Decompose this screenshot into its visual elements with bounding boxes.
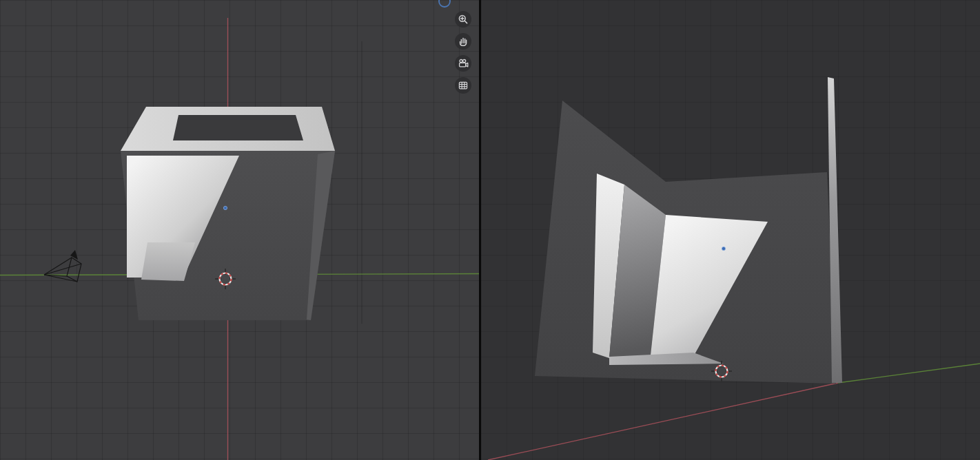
viewport-zoom-button[interactable] xyxy=(455,11,471,28)
orthographic-grid-icon xyxy=(458,80,469,91)
viewport-camera-button[interactable] xyxy=(455,55,471,72)
camera-gizmo[interactable] xyxy=(44,250,81,282)
right-viewport[interactable] xyxy=(481,0,980,460)
axis-green-line xyxy=(838,364,980,383)
closeup-object[interactable] xyxy=(535,77,842,384)
left-viewport-scene xyxy=(0,0,479,460)
object-origin-dot[interactable] xyxy=(223,206,227,209)
zoom-icon xyxy=(458,14,469,25)
axis-red-line xyxy=(488,383,838,460)
object-origin-dot[interactable] xyxy=(722,247,725,250)
navigation-gizmo-ring[interactable] xyxy=(439,0,450,7)
camera-view-icon xyxy=(458,58,469,69)
application-window xyxy=(0,0,980,460)
right-viewport-scene xyxy=(481,0,980,460)
pan-hand-icon xyxy=(458,36,469,47)
viewport-projection-button[interactable] xyxy=(455,77,471,94)
cube-object[interactable] xyxy=(121,107,335,320)
viewport-pan-button[interactable] xyxy=(455,33,471,50)
viewport-toolbar xyxy=(455,11,471,94)
left-viewport[interactable] xyxy=(0,0,479,460)
